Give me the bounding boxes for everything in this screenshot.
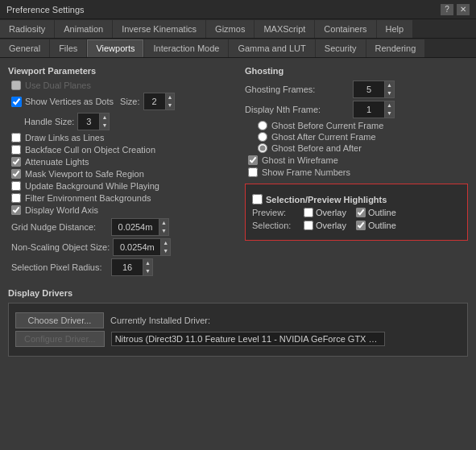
- grid-nudge-row: Grid Nudge Distance: ▲ ▼: [8, 218, 232, 236]
- display-world-axis-checkbox[interactable]: [11, 205, 21, 215]
- highlight-checkbox[interactable]: [252, 194, 263, 204]
- driver-value-input[interactable]: [111, 332, 385, 346]
- mask-viewport-checkbox[interactable]: [11, 169, 21, 179]
- ghost-wireframe-checkbox[interactable]: [248, 155, 258, 165]
- ghost-before-radio[interactable]: [258, 121, 267, 130]
- tab-viewports[interactable]: Viewports: [87, 39, 143, 57]
- ghost-wireframe-label: Ghost in Wireframe: [262, 155, 338, 165]
- ghosting-frames-row: Ghosting Frames: ▲ ▼: [245, 81, 468, 98]
- non-scaling-label: Non-Scaling Object Size:: [11, 242, 110, 252]
- preview-label: Preview:: [252, 208, 300, 217]
- use-dual-planes-checkbox[interactable]: [11, 81, 21, 90]
- ghosting-frames-down-arrow[interactable]: ▼: [385, 89, 394, 97]
- filter-environment-checkbox[interactable]: [11, 193, 21, 203]
- tab-containers[interactable]: Containers: [315, 20, 375, 38]
- show-frame-numbers-row: Show Frame Numbers: [245, 167, 468, 177]
- grid-nudge-down-arrow[interactable]: ▼: [159, 227, 168, 235]
- non-scaling-down-arrow[interactable]: ▼: [161, 247, 170, 255]
- window-title: Preference Settings: [6, 5, 85, 14]
- show-vertices-label: Show Vertices as Dots: [25, 97, 114, 106]
- close-button[interactable]: ✕: [457, 4, 470, 15]
- grid-nudge-up-arrow[interactable]: ▲: [159, 219, 168, 227]
- selection-pixel-input[interactable]: [111, 258, 143, 276]
- handle-down-arrow[interactable]: ▼: [100, 122, 109, 130]
- handle-arrows: ▲ ▼: [100, 113, 110, 130]
- display-nth-up-arrow[interactable]: ▲: [385, 101, 394, 109]
- preview-overlay-label: Overlay: [304, 208, 346, 217]
- title-bar: Preference Settings ? ✕: [0, 0, 476, 19]
- tab-gizmos[interactable]: Gizmos: [206, 20, 254, 38]
- backface-cull-label: Backface Cull on Object Creation: [25, 145, 155, 155]
- use-dual-planes-label: Use Dual Planes: [25, 81, 91, 90]
- tab-general[interactable]: General: [0, 39, 49, 57]
- handle-input[interactable]: [77, 113, 100, 130]
- preview-outline-label: Outline: [356, 208, 396, 217]
- size-input[interactable]: [143, 93, 166, 110]
- mask-viewport-label: Mask Viewport to Safe Region: [25, 169, 144, 179]
- attenuate-lights-row: Attenuate Lights: [8, 157, 232, 167]
- tab-interaction-mode[interactable]: Interaction Mode: [144, 39, 228, 57]
- preview-overlay-checkbox[interactable]: [304, 208, 313, 217]
- show-frame-numbers-checkbox[interactable]: [248, 167, 258, 177]
- size-down-arrow[interactable]: ▼: [166, 101, 175, 109]
- title-bar-controls: ? ✕: [441, 4, 470, 15]
- configure-driver-button[interactable]: Configure Driver...: [15, 331, 105, 347]
- size-arrows: ▲ ▼: [166, 93, 176, 110]
- display-world-axis-row: Display World Axis: [8, 205, 232, 215]
- highlight-title-row: Selection/Preview Highlights: [252, 194, 461, 204]
- tab-rendering[interactable]: Rendering: [366, 39, 425, 57]
- update-background-checkbox[interactable]: [11, 181, 21, 191]
- handle-up-arrow[interactable]: ▲: [100, 114, 109, 122]
- viewport-parameters-panel: Viewport Parameters Use Dual Planes Show…: [8, 66, 232, 279]
- tab-help[interactable]: Help: [377, 20, 413, 38]
- display-nth-down-arrow[interactable]: ▼: [385, 109, 394, 118]
- selection-pixel-up-arrow[interactable]: ▲: [143, 259, 152, 267]
- ghost-before-after-row: Ghost Before and After: [245, 143, 468, 153]
- tab-gamma-lut[interactable]: Gamma and LUT: [229, 39, 314, 57]
- ghosting-title: Ghosting: [245, 66, 468, 76]
- filter-environment-row: Filter Environment Backgrounds: [8, 193, 232, 203]
- tab-inverse-kinematics[interactable]: Inverse Kinematics: [113, 20, 205, 38]
- draw-links-checkbox[interactable]: [11, 133, 21, 142]
- preview-outline-checkbox[interactable]: [356, 208, 366, 217]
- selection-pixel-down-arrow[interactable]: ▼: [143, 267, 152, 275]
- highlight-box: Selection/Preview Highlights Preview: Ov…: [245, 184, 468, 241]
- tab-maxscript[interactable]: MAXScript: [255, 20, 314, 38]
- tab-animation[interactable]: Animation: [55, 20, 112, 38]
- size-label: Size:: [120, 97, 139, 106]
- selection-pixel-spinner: ▲ ▼: [111, 258, 153, 276]
- selection-overlay-checkbox[interactable]: [304, 221, 313, 230]
- display-nth-input[interactable]: [353, 101, 385, 118]
- display-world-axis-label: Display World Axis: [25, 205, 98, 215]
- selection-outline-checkbox[interactable]: [356, 221, 366, 230]
- show-vertices-checkbox[interactable]: [11, 97, 22, 107]
- ghosting-frames-input[interactable]: [353, 81, 385, 98]
- attenuate-lights-checkbox[interactable]: [11, 157, 21, 167]
- configure-driver-row: Configure Driver...: [15, 331, 461, 347]
- display-nth-spinner: ▲ ▼: [353, 101, 395, 118]
- ghosting-frames-up-arrow[interactable]: ▲: [385, 81, 394, 89]
- grid-nudge-label: Grid Nudge Distance:: [11, 222, 108, 232]
- attenuate-lights-label: Attenuate Lights: [25, 157, 89, 167]
- non-scaling-input[interactable]: [113, 238, 161, 256]
- non-scaling-up-arrow[interactable]: ▲: [161, 239, 170, 247]
- grid-nudge-input[interactable]: [111, 218, 159, 236]
- choose-driver-button[interactable]: Choose Driver...: [15, 312, 104, 328]
- draw-links-label: Draw Links as Lines: [25, 133, 104, 142]
- ghost-before-after-radio[interactable]: [258, 143, 267, 153]
- backface-cull-checkbox[interactable]: [11, 145, 21, 155]
- grid-nudge-arrows: ▲ ▼: [159, 218, 169, 236]
- tab-radiosity[interactable]: Radiosity: [0, 20, 54, 38]
- tab-security[interactable]: Security: [316, 39, 366, 57]
- tab-files[interactable]: Files: [50, 39, 86, 57]
- ghosting-section: Ghosting Ghosting Frames: ▲ ▼ Display Nt…: [245, 66, 468, 177]
- display-drivers-title: Display Drivers: [8, 288, 468, 298]
- ghost-after-radio[interactable]: [258, 132, 267, 142]
- selection-overlay-label: Overlay: [304, 221, 346, 230]
- preview-outline-text: Outline: [368, 208, 396, 217]
- display-nth-row: Display Nth Frame: ▲ ▼: [245, 101, 468, 118]
- selection-row: Selection: Overlay Outline: [252, 221, 461, 230]
- size-up-arrow[interactable]: ▲: [166, 93, 175, 101]
- help-button[interactable]: ?: [441, 4, 453, 15]
- display-nth-label: Display Nth Frame:: [245, 105, 350, 114]
